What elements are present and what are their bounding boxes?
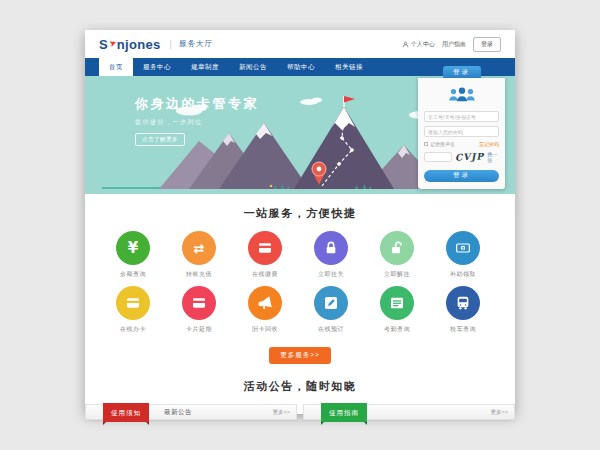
login-panel: 登录 记住用户名: [418, 78, 505, 189]
header-login-button[interactable]: 登录: [473, 37, 501, 52]
yuan-icon: ¥: [116, 231, 150, 265]
users-icon: [424, 86, 499, 107]
notice-more-link[interactable]: 更多>>: [273, 409, 290, 416]
checkbox-icon: [424, 142, 428, 146]
service-label: 旧卡回收: [232, 325, 298, 334]
remember-checkbox[interactable]: 记住用户名: [424, 141, 455, 147]
tab-usage-notice[interactable]: 使用须知: [103, 403, 149, 422]
hero-text: 你身边的卡管专家 提供捷径，一步到位 点击了解更多: [135, 95, 259, 146]
captcha-row: CVJP 换一张: [424, 151, 499, 163]
guide-more-link[interactable]: 更多>>: [491, 409, 508, 416]
tab-latest-announcements[interactable]: 最新公告: [164, 408, 192, 417]
card-icon: [182, 286, 216, 320]
card-icon: [248, 231, 282, 265]
service-item[interactable]: 卡片延期: [166, 286, 232, 334]
hero-cta-button[interactable]: 点击了解更多: [135, 133, 185, 146]
service-item[interactable]: 立即挂失: [298, 231, 364, 279]
flag-icon: [344, 96, 355, 103]
banknote-icon: $: [446, 231, 480, 265]
megaphone-icon: [248, 286, 282, 320]
header-right: 个人中心 用户指南 登录: [402, 37, 501, 52]
service-label: 校车查询: [430, 325, 496, 334]
lock-icon: [314, 231, 348, 265]
unlock-icon: [380, 231, 414, 265]
captcha-input[interactable]: [424, 152, 452, 162]
service-item[interactable]: $补助领取: [430, 231, 496, 279]
login-tab[interactable]: 登录: [443, 66, 481, 78]
header-link-label: 用户指南: [442, 40, 466, 49]
hero-title: 你身边的卡管专家: [135, 95, 259, 113]
transfer-icon: ⇄: [182, 231, 216, 265]
service-label: 立即挂失: [298, 270, 364, 279]
guide-tab-bar: 使用指南 更多>>: [303, 404, 515, 420]
site-title: 服务大厅: [179, 39, 213, 49]
header-link-guide[interactable]: 用户指南: [442, 40, 466, 49]
service-item[interactable]: 在线办卡: [100, 286, 166, 334]
service-item[interactable]: 考勤查询: [364, 286, 430, 334]
nav-item[interactable]: 服务中心: [133, 58, 181, 76]
header: S➤njones | 服务大厅 个人中心 用户指南 登录: [85, 30, 515, 58]
more-services-button[interactable]: 更多服务>>: [269, 347, 331, 364]
captcha-refresh-link[interactable]: 换一张: [487, 151, 499, 163]
login-options-row: 记住用户名 忘记密码: [424, 141, 499, 147]
service-label: 卡片延期: [166, 325, 232, 334]
guide-panel: 使用指南 更多>>: [303, 404, 515, 420]
list-icon: [380, 286, 414, 320]
service-label: 补助领取: [430, 270, 496, 279]
notice-tab-bar: 使用须知 最新公告 更多>>: [85, 404, 297, 420]
header-link-personal[interactable]: 个人中心: [402, 40, 435, 49]
services-title: 一站服务，方便快捷: [85, 206, 515, 221]
person-icon: [402, 41, 409, 48]
remember-label: 记住用户名: [430, 141, 455, 147]
announcements-title: 活动公告，随时知晓: [85, 379, 515, 394]
nav-item[interactable]: 帮助中心: [277, 58, 325, 76]
tab-usage-guide[interactable]: 使用指南: [321, 403, 367, 422]
announcements-section: 活动公告，随时知晓 使用须知 最新公告 更多>> 使用指南 更多>>: [85, 366, 515, 420]
service-label: 立即解挂: [364, 270, 430, 279]
edit-icon: [314, 286, 348, 320]
notice-panel: 使用须知 最新公告 更多>>: [85, 404, 297, 420]
service-label: 转账充值: [166, 270, 232, 279]
services-section: 一站服务，方便快捷 ¥余额查询⇄转账充值在线缴费立即挂失立即解挂$补助领取在线办…: [85, 194, 515, 366]
announcement-panels: 使用须知 最新公告 更多>> 使用指南 更多>>: [85, 404, 515, 420]
service-label: 在线办卡: [100, 325, 166, 334]
service-item[interactable]: 旧卡回收: [232, 286, 298, 334]
captcha-image[interactable]: CVJP: [455, 151, 485, 163]
card-icon: [116, 286, 150, 320]
header-divider: |: [170, 39, 172, 49]
logo-text-2: njones: [117, 37, 161, 52]
nav-item[interactable]: 首页: [99, 58, 133, 76]
services-grid: ¥余额查询⇄转账充值在线缴费立即挂失立即解挂$补助领取在线办卡卡片延期旧卡回收在…: [100, 231, 500, 341]
service-item[interactable]: 在线预订: [298, 286, 364, 334]
service-label: 余额查询: [100, 270, 166, 279]
service-label: 考勤查询: [364, 325, 430, 334]
username-input[interactable]: [424, 111, 499, 122]
service-label: 在线预订: [298, 325, 364, 334]
header-link-label: 个人中心: [411, 40, 435, 49]
password-input[interactable]: [424, 126, 499, 137]
bus-icon: [446, 286, 480, 320]
service-item[interactable]: ⇄转账充值: [166, 231, 232, 279]
service-label: 在线缴费: [232, 270, 298, 279]
service-item[interactable]: 在线缴费: [232, 231, 298, 279]
logo: S➤njones: [99, 37, 161, 52]
service-item[interactable]: 立即解挂: [364, 231, 430, 279]
nav-item[interactable]: 规章制度: [181, 58, 229, 76]
hero-banner: 你身边的卡管专家 提供捷径，一步到位 点击了解更多 登录: [85, 76, 515, 194]
page: S➤njones | 服务大厅 个人中心 用户指南 登录 首页服务中心规章制度新…: [85, 30, 515, 414]
service-item[interactable]: ¥余额查询: [100, 231, 166, 279]
nav-item[interactable]: 相关链接: [325, 58, 373, 76]
service-item[interactable]: 校车查询: [430, 286, 496, 334]
login-submit-button[interactable]: 登录: [424, 170, 499, 182]
hero-subtitle: 提供捷径，一步到位: [135, 118, 259, 127]
nav-item[interactable]: 新闻公告: [229, 58, 277, 76]
login-form: 记住用户名 忘记密码 CVJP 换一张 登录: [418, 78, 505, 189]
forgot-password-link[interactable]: 忘记密码: [479, 141, 499, 147]
